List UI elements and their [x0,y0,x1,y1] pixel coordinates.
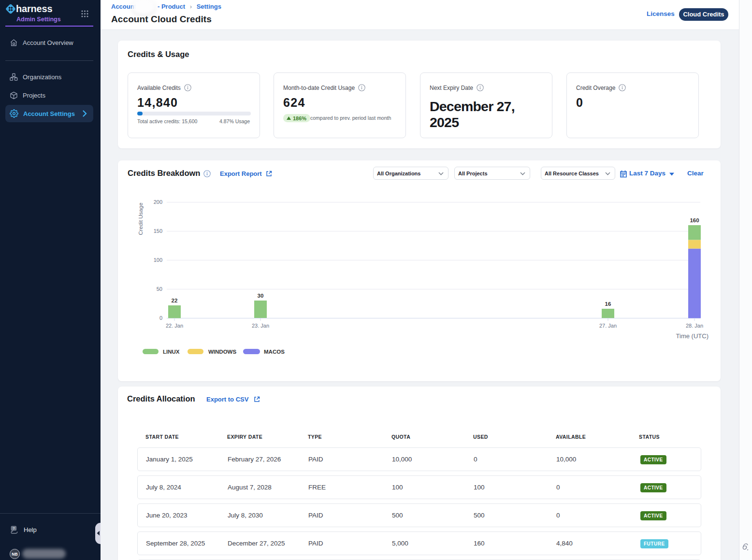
svg-text:MACOS: MACOS [264,349,285,355]
svg-text:100: 100 [154,257,162,263]
svg-text:?: ? [13,526,15,531]
svg-text:50: 50 [157,286,162,292]
svg-text:16: 16 [605,301,611,307]
svg-text:200: 200 [154,199,162,205]
svg-text:23. Jan: 23. Jan [252,323,269,329]
svg-text:Credit Usage: Credit Usage [138,202,144,235]
svg-text:27. Jan: 27. Jan [599,323,617,329]
svg-text:22. Jan: 22. Jan [166,323,183,329]
svg-text:0: 0 [159,315,162,321]
svg-text:LINUX: LINUX [163,349,180,355]
svg-text:150: 150 [154,228,162,234]
svg-text:30: 30 [258,293,264,299]
svg-text:28. Jan: 28. Jan [686,323,703,329]
svg-text:WINDOWS: WINDOWS [208,349,236,355]
svg-text:22: 22 [172,298,178,303]
svg-text:160: 160 [690,217,699,223]
svg-text:Time (UTC): Time (UTC) [676,332,709,340]
